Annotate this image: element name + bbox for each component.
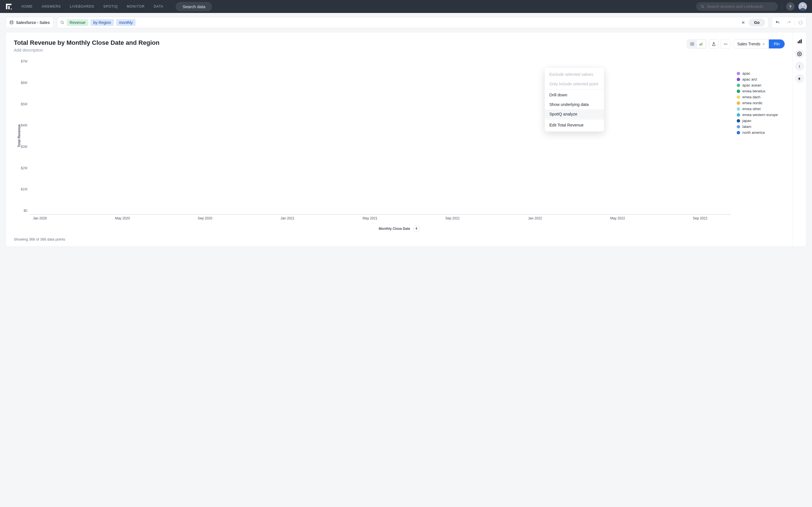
svg-rect-19	[701, 43, 702, 46]
legend-swatch	[737, 83, 740, 87]
liveboard-selector[interactable]: Sales Trends	[732, 40, 769, 48]
legend-item[interactable]: north america	[737, 129, 782, 135]
y-axis-label: Total Revenue	[17, 124, 21, 147]
legend-item[interactable]: apac asean	[737, 82, 782, 88]
view-toggle	[687, 39, 707, 49]
help-button[interactable]: ?	[786, 2, 795, 11]
chart-config-button[interactable]	[795, 37, 804, 46]
query-bar[interactable]: Revenue by Region monthly Go	[57, 17, 768, 28]
liveboard-selector-label: Sales Trends	[737, 42, 760, 46]
arrow-up-icon	[415, 227, 418, 230]
search-icon	[701, 4, 705, 9]
y-tick: $7M	[21, 59, 28, 63]
answer-title[interactable]: Total Revenue by Monthly Close Date and …	[14, 39, 682, 47]
legend-swatch	[737, 78, 740, 81]
svg-point-7	[801, 4, 804, 8]
redo-icon	[786, 20, 791, 25]
legend-swatch	[737, 72, 740, 75]
nav-answers[interactable]: ANSWERS	[42, 4, 61, 8]
nav-data[interactable]: DATA	[154, 4, 163, 8]
legend-swatch	[737, 125, 740, 128]
global-search[interactable]	[696, 2, 778, 11]
y-tick: $6M	[21, 81, 28, 85]
legend-item[interactable]: emea other	[737, 106, 782, 112]
svg-rect-13	[691, 43, 694, 46]
app-logo[interactable]	[5, 3, 12, 10]
legend-swatch	[737, 90, 740, 93]
chart-view-button[interactable]	[697, 40, 706, 48]
more-actions-button[interactable]	[721, 39, 730, 49]
answer-card: Total Revenue by Monthly Close Date and …	[6, 32, 806, 247]
go-button[interactable]: Go	[749, 18, 765, 26]
legend-item[interactable]: emea dach	[737, 94, 782, 100]
legend-label: apac asean	[742, 83, 761, 87]
nav-home[interactable]: HOME	[21, 4, 33, 8]
legend-item[interactable]: japan	[737, 118, 782, 124]
legend-label: emea other	[742, 107, 761, 111]
legend-item[interactable]: emea western europe	[737, 112, 782, 118]
redo-button[interactable]	[783, 17, 795, 28]
nav-liveboards[interactable]: LIVEBOARDS	[70, 4, 94, 8]
pin-button[interactable]: Pin	[769, 40, 784, 48]
database-icon	[9, 20, 14, 25]
search-icon	[60, 20, 64, 25]
settings-button[interactable]	[795, 49, 804, 58]
data-points-count: Showing 366 of 366 data points	[14, 237, 784, 241]
x-tick: Jan 2020	[33, 216, 47, 220]
svg-point-21	[724, 44, 725, 45]
datasource-label: Salesforce - Sales	[16, 20, 50, 25]
svg-point-23	[726, 44, 727, 45]
divider	[782, 3, 782, 10]
datasource-selector[interactable]: Salesforce - Sales	[6, 17, 54, 28]
top-nav: HOME ANSWERS LIVEBOARDS SPOTIQ MONITOR D…	[0, 0, 812, 13]
share-button[interactable]	[709, 39, 718, 49]
context-menu-item[interactable]: Drill down	[545, 90, 604, 100]
query-token-attribute[interactable]: by Region	[91, 19, 114, 26]
query-token-keyword[interactable]: monthly	[116, 19, 136, 26]
global-search-input[interactable]	[707, 4, 773, 9]
query-token-measure[interactable]: Revenue	[67, 19, 88, 26]
y-tick: $5M	[21, 102, 28, 106]
card-actions: Sales Trends Pin	[687, 39, 784, 49]
y-tick: $1M	[21, 187, 28, 191]
x-tick: May 2022	[610, 216, 625, 220]
context-menu: Exclude selected valuesOnly include sele…	[545, 68, 604, 131]
nav-spotiq[interactable]: SPOTIQ	[103, 4, 117, 8]
reset-button[interactable]	[795, 17, 806, 28]
undo-button[interactable]	[772, 17, 783, 28]
clear-query-button[interactable]	[740, 19, 746, 25]
context-menu-item[interactable]: Edit Total Revenue	[545, 120, 604, 130]
nav-monitor[interactable]: MONITOR	[127, 4, 145, 8]
svg-line-10	[63, 23, 64, 24]
search-data-button[interactable]: Search data	[175, 2, 212, 11]
svg-rect-26	[801, 40, 802, 43]
legend-swatch	[737, 101, 740, 105]
chart-plot-area[interactable]: Exclude selected valuesOnly include sele…	[30, 57, 731, 215]
legend-label: emea nordic	[742, 101, 763, 105]
context-menu-item[interactable]: SpotIQ analyze	[545, 109, 604, 119]
answer-description[interactable]: Add description	[14, 48, 682, 52]
sort-button[interactable]	[413, 225, 420, 232]
table-view-button[interactable]	[688, 40, 697, 48]
svg-rect-20	[702, 43, 703, 46]
legend-label: emea dach	[742, 95, 760, 99]
x-axis: Jan 2020May 2020Sep 2020Jan 2021May 2021…	[30, 215, 784, 221]
context-menu-item[interactable]: Show underlying data	[545, 100, 604, 109]
svg-point-4	[701, 5, 703, 7]
share-icon	[712, 42, 716, 46]
legend-item[interactable]: apac	[737, 70, 782, 76]
info-button[interactable]	[795, 62, 804, 71]
x-tick: May 2021	[363, 216, 377, 220]
context-menu-item: Exclude selected values	[545, 69, 604, 79]
user-avatar[interactable]	[799, 2, 807, 11]
legend-item[interactable]: emea benelux	[737, 88, 782, 94]
svg-rect-25	[799, 40, 800, 43]
svg-point-27	[799, 53, 800, 54]
x-tick: Sep 2020	[198, 216, 212, 220]
spotiq-button[interactable]	[795, 74, 804, 83]
query-row: Salesforce - Sales Revenue by Region mon…	[6, 17, 806, 28]
legend-item[interactable]: emea nordic	[737, 100, 782, 106]
context-menu-item: Only include selected point	[545, 79, 604, 89]
legend-item[interactable]: latam	[737, 124, 782, 129]
legend-item[interactable]: apac anz	[737, 76, 782, 82]
